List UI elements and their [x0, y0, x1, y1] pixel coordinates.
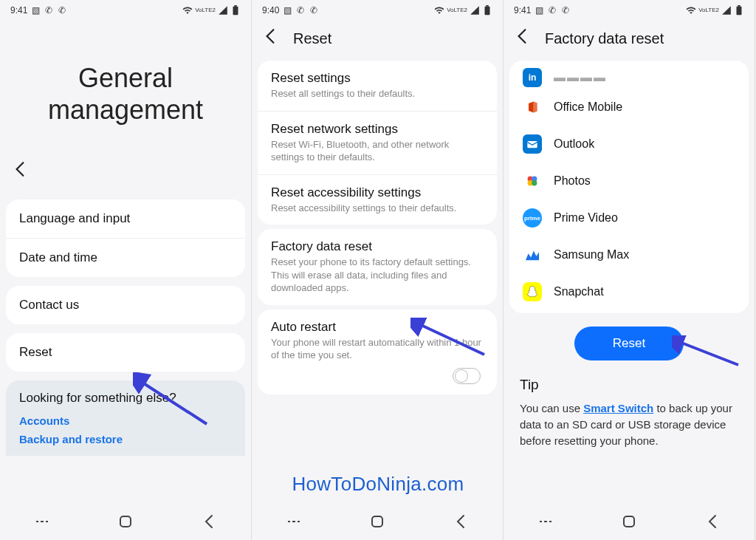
- option-desc: Reset your phone to its factory default …: [271, 256, 484, 295]
- office-icon: [523, 98, 542, 117]
- status-time: 9:40: [262, 5, 279, 16]
- app-name: Photos: [554, 174, 591, 188]
- page-title: Factory data reset: [545, 30, 664, 47]
- app-name: Outlook: [554, 137, 594, 151]
- photos-icon: [523, 171, 542, 191]
- gallery-icon: ▧: [534, 5, 544, 16]
- nav-back[interactable]: [201, 513, 217, 530]
- signal-icon: [218, 5, 228, 16]
- gallery-icon: ▧: [30, 5, 41, 16]
- item-reset[interactable]: Reset: [6, 333, 245, 372]
- app-name: Office Mobile: [554, 100, 622, 114]
- status-bar: 9:40 ▧ ✆ ✆ VoLTE2: [252, 0, 503, 18]
- item-factory-reset[interactable]: Factory data reset Reset your phone to i…: [258, 229, 497, 305]
- network-label: VoLTE2: [195, 7, 216, 13]
- screen-reset: 9:40 ▧ ✆ ✆ VoLTE2 Reset Reset settings R…: [252, 0, 504, 540]
- wifi-icon: [434, 5, 444, 16]
- svg-rect-0: [233, 7, 238, 15]
- whatsapp-icon: ✆: [547, 5, 557, 16]
- svg-rect-1: [234, 5, 237, 7]
- option-desc: Reset accessibility settings to their de…: [271, 202, 484, 215]
- status-time: 9:41: [514, 5, 531, 16]
- page-title: General management: [0, 18, 251, 155]
- nav-recents[interactable]: [286, 513, 302, 530]
- nav-back[interactable]: [704, 513, 721, 530]
- nav-recents[interactable]: [34, 513, 50, 530]
- item-reset-accessibility[interactable]: Reset accessibility settings Reset acces…: [258, 175, 497, 225]
- linkedin-icon: in: [523, 68, 542, 87]
- nav-home[interactable]: [117, 513, 134, 530]
- nav-bar: [0, 503, 251, 540]
- option-title: Reset network settings: [271, 122, 484, 137]
- option-title: Reset settings: [271, 71, 484, 86]
- app-row: Photos: [509, 163, 749, 199]
- item-reset-network[interactable]: Reset network settings Reset Wi-Fi, Blue…: [258, 112, 497, 175]
- whatsapp-icon: ✆: [560, 5, 571, 16]
- app-row: Snapchat: [509, 273, 749, 310]
- nav-home[interactable]: [369, 513, 385, 530]
- item-auto-restart[interactable]: Auto restart Your phone will restart aut…: [258, 310, 497, 394]
- tip-text-pre: You can use: [520, 402, 583, 414]
- item-contact-us[interactable]: Contact us: [6, 286, 245, 324]
- wifi-icon: [182, 5, 193, 16]
- settings-group-2: Contact us: [6, 286, 245, 324]
- option-title: Factory data reset: [271, 239, 484, 254]
- nav-bar: [504, 503, 755, 540]
- reset-button[interactable]: Reset: [574, 327, 684, 360]
- item-language-input[interactable]: Language and input: [6, 199, 245, 239]
- network-label: VoLTE2: [447, 7, 467, 13]
- battery-icon: [230, 5, 241, 16]
- looking-else-title: Looking for something else?: [19, 391, 232, 406]
- status-time: 9:41: [10, 5, 27, 16]
- whatsapp-icon: ✆: [309, 5, 319, 16]
- signal-icon: [721, 5, 732, 16]
- app-name: Prime Video: [554, 211, 618, 225]
- tip-text: You can use Smart Switch to back up your…: [520, 400, 738, 448]
- snapchat-icon: [523, 282, 542, 301]
- smart-switch-link[interactable]: Smart Switch: [583, 402, 653, 414]
- svg-rect-14: [737, 7, 742, 15]
- svg-rect-5: [120, 516, 131, 527]
- whatsapp-icon: ✆: [295, 5, 306, 16]
- option-desc: Reset Wi-Fi, Bluetooth, and other networ…: [271, 138, 484, 164]
- reset-options-group-3: Auto restart Your phone will restart aut…: [258, 310, 497, 394]
- back-button[interactable]: [517, 28, 533, 49]
- link-accounts[interactable]: Accounts: [19, 414, 232, 427]
- auto-restart-toggle[interactable]: [453, 368, 481, 384]
- battery-icon: [482, 5, 492, 16]
- back-button[interactable]: [265, 28, 281, 49]
- option-title: Reset accessibility settings: [271, 185, 484, 200]
- svg-rect-15: [738, 5, 740, 7]
- link-backup-restore[interactable]: Backup and restore: [19, 433, 232, 445]
- app-name: ▬▬▬▬: [554, 71, 607, 84]
- svg-rect-7: [485, 7, 490, 15]
- battery-icon: [734, 5, 744, 16]
- nav-back[interactable]: [453, 513, 469, 530]
- app-row: in ▬▬▬▬: [509, 64, 749, 89]
- status-bar: 9:41 ▧ ✆ ✆ VoLTE2: [0, 0, 251, 18]
- app-name: Snapchat: [554, 285, 604, 298]
- option-desc: Reset all settings to their defaults.: [271, 87, 484, 100]
- screen-general-management: 9:41 ▧ ✆ ✆ VoLTE2 General management Lan…: [0, 0, 252, 540]
- signal-icon: [470, 5, 480, 16]
- svg-rect-8: [486, 5, 489, 7]
- apps-list: in ▬▬▬▬ Office Mobile Outlook Photos: [509, 61, 749, 313]
- wifi-icon: [686, 5, 696, 16]
- settings-group-1: Language and input Date and time: [6, 199, 245, 277]
- app-name: Samsung Max: [554, 248, 629, 262]
- whatsapp-icon: ✆: [44, 5, 54, 16]
- settings-group-3: Reset: [6, 333, 245, 372]
- tip-title: Tip: [520, 377, 738, 393]
- gallery-icon: ▧: [282, 5, 292, 16]
- looking-else-section: Looking for something else? Accounts Bac…: [6, 380, 245, 456]
- app-row: Outlook: [509, 126, 749, 163]
- reset-options-group-1: Reset settings Reset all settings to the…: [258, 61, 497, 225]
- nav-recents[interactable]: [537, 513, 554, 530]
- nav-home[interactable]: [621, 513, 637, 530]
- back-button[interactable]: [0, 155, 251, 195]
- whatsapp-icon: ✆: [57, 5, 67, 16]
- item-reset-settings[interactable]: Reset settings Reset all settings to the…: [258, 61, 497, 112]
- item-date-time[interactable]: Date and time: [6, 239, 245, 277]
- status-bar: 9:41 ▧ ✆ ✆ VoLTE2: [504, 0, 755, 18]
- tip-section: Tip You can use Smart Switch to back up …: [504, 369, 755, 456]
